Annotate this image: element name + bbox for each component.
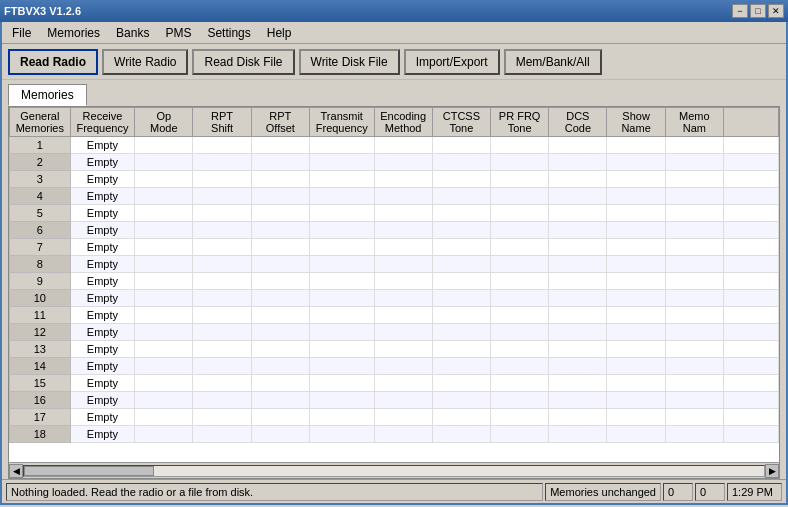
scroll-track[interactable] — [23, 465, 765, 477]
cell-rx-freq: Empty — [70, 290, 135, 307]
table-container[interactable]: GeneralMemories ReceiveFrequency OpMode … — [9, 107, 779, 462]
cell-data — [432, 239, 490, 256]
cell-data — [251, 375, 309, 392]
cell-data — [251, 239, 309, 256]
cell-extra — [724, 375, 779, 392]
col-header-tx: TransmitFrequency — [309, 108, 374, 137]
cell-data — [607, 205, 665, 222]
cell-data — [251, 409, 309, 426]
cell-data — [665, 171, 723, 188]
table-row[interactable]: 12Empty — [10, 324, 779, 341]
cell-data — [309, 426, 374, 443]
table-row[interactable]: 15Empty — [10, 375, 779, 392]
cell-data — [665, 205, 723, 222]
scroll-thumb[interactable] — [24, 466, 154, 476]
menu-banks[interactable]: Banks — [108, 24, 157, 42]
cell-data — [374, 205, 432, 222]
cell-extra — [724, 239, 779, 256]
table-row[interactable]: 2Empty — [10, 154, 779, 171]
cell-data — [135, 341, 193, 358]
maximize-button[interactable]: □ — [750, 4, 766, 18]
mem-bank-all-button[interactable]: Mem/Bank/All — [504, 49, 602, 75]
table-row[interactable]: 17Empty — [10, 409, 779, 426]
cell-rx-freq: Empty — [70, 409, 135, 426]
minimize-button[interactable]: − — [732, 4, 748, 18]
cell-rx-freq: Empty — [70, 273, 135, 290]
cell-data — [251, 222, 309, 239]
cell-row-num: 10 — [10, 290, 71, 307]
table-row[interactable]: 3Empty — [10, 171, 779, 188]
scroll-right-button[interactable]: ▶ — [765, 464, 779, 478]
cell-data — [491, 188, 549, 205]
table-row[interactable]: 11Empty — [10, 307, 779, 324]
write-radio-button[interactable]: Write Radio — [102, 49, 188, 75]
scroll-left-button[interactable]: ◀ — [9, 464, 23, 478]
cell-data — [549, 154, 607, 171]
cell-row-num: 14 — [10, 358, 71, 375]
cell-data — [432, 392, 490, 409]
status-bar: Nothing loaded. Read the radio or a file… — [2, 479, 786, 503]
cell-data — [432, 341, 490, 358]
cell-data — [549, 188, 607, 205]
tab-memories[interactable]: Memories — [8, 84, 87, 106]
cell-extra — [724, 137, 779, 154]
table-row[interactable]: 18Empty — [10, 426, 779, 443]
table-row[interactable]: 6Empty — [10, 222, 779, 239]
table-row[interactable]: 14Empty — [10, 358, 779, 375]
cell-extra — [724, 324, 779, 341]
cell-extra — [724, 154, 779, 171]
cell-data — [309, 171, 374, 188]
cell-row-num: 6 — [10, 222, 71, 239]
read-radio-button[interactable]: Read Radio — [8, 49, 98, 75]
menu-file[interactable]: File — [4, 24, 39, 42]
cell-data — [374, 426, 432, 443]
table-row[interactable]: 9Empty — [10, 273, 779, 290]
cell-data — [374, 273, 432, 290]
cell-data — [432, 188, 490, 205]
table-row[interactable]: 5Empty — [10, 205, 779, 222]
cell-extra — [724, 171, 779, 188]
read-disk-file-button[interactable]: Read Disk File — [192, 49, 294, 75]
cell-data — [193, 188, 251, 205]
cell-extra — [724, 290, 779, 307]
col-header-dcs: DCSCode — [549, 108, 607, 137]
cell-data — [665, 188, 723, 205]
cell-data — [309, 290, 374, 307]
cell-data — [549, 222, 607, 239]
cell-extra — [724, 426, 779, 443]
cell-data — [135, 307, 193, 324]
table-row[interactable]: 13Empty — [10, 341, 779, 358]
cell-data — [432, 222, 490, 239]
cell-data — [491, 392, 549, 409]
col-header-rpt-shift: RPTShift — [193, 108, 251, 137]
cell-data — [607, 324, 665, 341]
cell-data — [665, 426, 723, 443]
table-row[interactable]: 10Empty — [10, 290, 779, 307]
window-controls[interactable]: − □ ✕ — [732, 4, 784, 18]
col-header-ctcss: CTCSSTone — [432, 108, 490, 137]
table-row[interactable]: 8Empty — [10, 256, 779, 273]
close-button[interactable]: ✕ — [768, 4, 784, 18]
table-row[interactable]: 4Empty — [10, 188, 779, 205]
cell-row-num: 2 — [10, 154, 71, 171]
cell-data — [549, 392, 607, 409]
table-row[interactable]: 16Empty — [10, 392, 779, 409]
cell-row-num: 18 — [10, 426, 71, 443]
cell-rx-freq: Empty — [70, 137, 135, 154]
horizontal-scrollbar[interactable]: ◀ ▶ — [9, 462, 779, 478]
menu-pms[interactable]: PMS — [157, 24, 199, 42]
cell-data — [607, 426, 665, 443]
cell-data — [607, 290, 665, 307]
menu-settings[interactable]: Settings — [199, 24, 258, 42]
table-row[interactable]: 1Empty — [10, 137, 779, 154]
write-disk-file-button[interactable]: Write Disk File — [299, 49, 400, 75]
toolbar: Read Radio Write Radio Read Disk File Wr… — [2, 44, 786, 80]
table-row[interactable]: 7Empty — [10, 239, 779, 256]
menu-memories[interactable]: Memories — [39, 24, 108, 42]
menu-help[interactable]: Help — [259, 24, 300, 42]
cell-data — [607, 307, 665, 324]
import-export-button[interactable]: Import/Export — [404, 49, 500, 75]
cell-data — [665, 307, 723, 324]
cell-data — [607, 239, 665, 256]
cell-data — [135, 409, 193, 426]
